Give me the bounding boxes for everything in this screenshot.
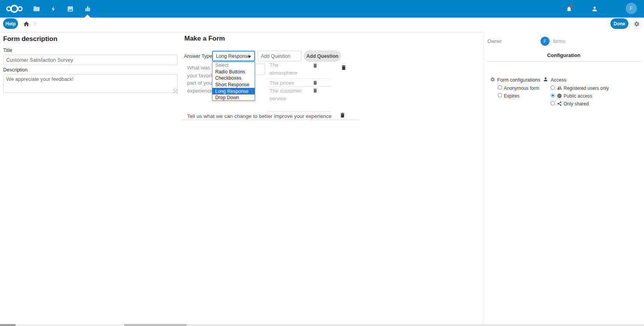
gear-icon (634, 21, 640, 27)
top-header-bar: F (0, 0, 644, 18)
answer-option-3[interactable]: The customer service (269, 87, 302, 102)
answer-type-label: Answer Type: (184, 53, 214, 59)
breadcrumb-home[interactable] (23, 21, 30, 27)
form-description-heading: Form description (3, 35, 57, 43)
answer-type-dropdown-menu: Select Radio Buttons Checkboxes Short Re… (212, 62, 255, 101)
answer-option-1[interactable]: The atmosphere (269, 61, 302, 77)
group-icon (557, 86, 562, 91)
delete-answer-2-button[interactable] (312, 80, 318, 86)
person-icon (543, 77, 548, 82)
gear-icon (490, 77, 495, 82)
expires-checkbox[interactable] (498, 93, 502, 97)
only-shared-label[interactable]: Only shared (564, 101, 589, 107)
contacts-button[interactable] (587, 0, 602, 18)
trash-icon (312, 88, 318, 93)
active-app-indicator (84, 14, 91, 18)
answer-type-selected-value: Long Response (216, 53, 250, 59)
contacts-icon (591, 5, 598, 12)
trash-icon (312, 63, 318, 68)
question-2-text[interactable]: Tell us what we can change to better imp… (187, 112, 351, 120)
dropdown-option-short-response[interactable]: Short Response (212, 82, 255, 88)
dropdown-option-long-response[interactable]: Long Response (212, 88, 255, 94)
horizontal-scrollbar (0, 324, 644, 326)
photo-icon (67, 5, 74, 12)
folder-icon (33, 5, 40, 12)
anonymous-form-checkbox[interactable] (498, 86, 502, 89)
registered-users-radio[interactable] (551, 86, 555, 90)
option-separator (267, 111, 331, 112)
dropdown-option-checkboxes[interactable]: Checkboxes (212, 75, 255, 82)
trash-icon (312, 80, 318, 86)
owner-name: forms (553, 39, 565, 44)
lightning-icon (50, 5, 57, 12)
app-photos[interactable] (62, 0, 78, 18)
add-question-input[interactable] (258, 51, 301, 61)
share-icon (557, 101, 562, 106)
home-icon (23, 21, 30, 27)
owner-avatar: F (541, 37, 549, 46)
dropdown-option-drop-down[interactable]: Drop Down (212, 94, 255, 101)
scrollbar-segment[interactable] (124, 324, 187, 326)
title-label: Title (3, 48, 12, 53)
public-access-label[interactable]: Public access (564, 93, 592, 99)
delete-answer-3-button[interactable] (312, 88, 318, 93)
expires-label[interactable]: Expires (504, 93, 519, 99)
dropdown-option-radio-buttons[interactable]: Radio Buttons (212, 69, 255, 75)
notification-dot (570, 5, 572, 7)
bar-chart-icon (84, 5, 91, 12)
toolbar-bottom-border (0, 32, 483, 32)
logo-circle-middle (10, 5, 18, 13)
logo-circle-right (18, 6, 23, 11)
breadcrumb-chevron-icon (31, 20, 38, 29)
anonymous-form-label[interactable]: Anonymous form (504, 86, 539, 91)
dropdown-option-select[interactable]: Select (212, 62, 255, 69)
registered-users-label[interactable]: Registered users only (564, 86, 609, 91)
trash-icon (341, 64, 347, 71)
app-activity[interactable] (46, 0, 61, 18)
description-label: Description (3, 67, 28, 73)
make-a-form-heading: Make a Form (184, 35, 225, 43)
nextcloud-logo[interactable] (5, 0, 27, 18)
add-question-button[interactable]: Add Question (304, 50, 341, 62)
form-configurations-heading: Form configurations (497, 77, 540, 83)
configuration-heading: Configuration (483, 52, 644, 58)
access-heading: Access (551, 77, 566, 83)
scrollbar-track (187, 324, 644, 326)
chevron-down-icon (248, 56, 251, 58)
delete-question-2-button[interactable] (339, 112, 346, 118)
globe-icon (557, 93, 562, 98)
answer-option-2[interactable]: The prices (269, 79, 302, 87)
answer-type-select[interactable]: Long Response (212, 51, 255, 61)
delete-answer-1-button[interactable] (312, 63, 318, 68)
app-files[interactable] (29, 0, 44, 18)
owner-label: Owner (487, 39, 502, 44)
trash-icon (339, 112, 346, 118)
form-description-input[interactable]: We appreciate your feedback! (3, 74, 178, 93)
settings-button[interactable] (631, 18, 642, 29)
scrollbar-thumb[interactable] (0, 324, 16, 326)
notifications-button[interactable] (561, 0, 577, 18)
configuration-separator (487, 61, 642, 62)
help-button[interactable]: Help (3, 18, 18, 29)
nextcloud-forms-page: F Help Done Form description Title Descr… (0, 0, 644, 326)
form-title-input[interactable] (3, 55, 178, 65)
sidebar-divider (483, 32, 484, 324)
option-separator (267, 78, 331, 79)
done-button[interactable]: Done (610, 18, 628, 29)
delete-question-1-button[interactable] (341, 64, 347, 71)
user-avatar[interactable]: F (626, 3, 637, 14)
public-access-radio[interactable] (551, 93, 555, 98)
only-shared-radio[interactable] (551, 101, 555, 105)
